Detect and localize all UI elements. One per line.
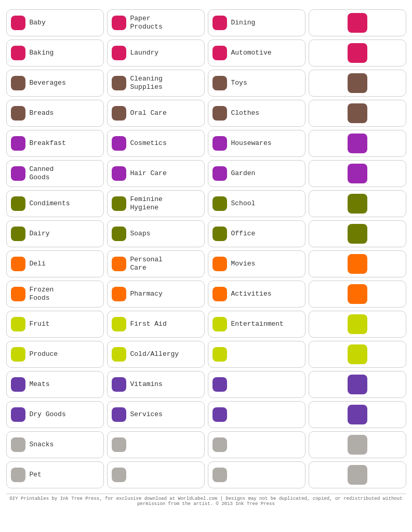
color-swatch	[348, 375, 367, 394]
cell-r10-c1: First Aid	[107, 311, 205, 338]
color-swatch	[212, 46, 227, 60]
category-label-r3-c0: Breads	[30, 109, 54, 117]
color-swatch	[348, 73, 367, 93]
cell-r5-c1: Hair Care	[107, 160, 205, 187]
color-swatch	[348, 134, 367, 153]
cell-r11-c1: Cold/Allergy	[107, 341, 205, 368]
cell-r13-c3	[309, 401, 406, 428]
color-swatch	[212, 227, 227, 241]
category-label-r1-c0: Baking	[30, 49, 54, 57]
category-label-r5-c2: Garden	[231, 169, 256, 178]
cell-r4-c2: Housewares	[208, 130, 305, 157]
cell-r13-c0: Dry Goods	[6, 401, 104, 428]
category-label-r10-c1: First Aid	[130, 320, 167, 328]
category-label-r3-c2: Clothes	[231, 109, 260, 117]
category-label-r1-c2: Automotive	[231, 49, 272, 57]
color-swatch	[11, 407, 25, 422]
cell-r13-c1: Services	[107, 401, 205, 428]
cell-r12-c0: Meats	[6, 371, 104, 398]
cell-r12-c2	[208, 371, 305, 398]
color-swatch	[112, 166, 126, 181]
color-swatch	[212, 196, 227, 211]
color-swatch	[212, 287, 227, 301]
color-swatch	[112, 227, 126, 241]
category-label-r9-c2: Activities	[231, 290, 272, 298]
category-label-r13-c0: Dry Goods	[30, 410, 66, 419]
cell-r7-c0: Dairy	[6, 220, 104, 247]
color-swatch	[348, 194, 367, 214]
cell-r6-c3	[309, 190, 406, 217]
cell-r10-c0: Fruit	[6, 311, 104, 338]
category-label-r8-c0: Deli	[30, 260, 46, 268]
color-swatch	[11, 437, 25, 452]
cell-r13-c2	[208, 401, 305, 428]
cell-r3-c3	[309, 100, 406, 127]
color-swatch	[348, 344, 367, 364]
color-swatch	[212, 347, 227, 362]
category-label-r1-c1: Laundry	[130, 49, 159, 57]
cell-r8-c3	[309, 250, 406, 277]
cell-r5-c0: Canned Goods	[6, 160, 104, 187]
cell-r2-c3	[309, 70, 406, 97]
color-swatch	[348, 43, 367, 63]
category-label-r4-c0: Breakfast	[30, 139, 66, 148]
color-swatch	[112, 347, 126, 362]
cell-r1-c0: Baking	[6, 39, 104, 66]
color-swatch	[112, 377, 126, 392]
color-swatch	[11, 46, 25, 60]
color-swatch	[348, 314, 367, 334]
color-swatch	[112, 257, 126, 271]
color-swatch	[348, 254, 367, 274]
color-swatch	[212, 106, 227, 121]
color-swatch	[348, 405, 367, 424]
cell-r0-c3	[309, 9, 406, 36]
category-label-r6-c1: Feminine Hygiene	[130, 195, 163, 211]
cell-r4-c0: Breakfast	[6, 130, 104, 157]
cell-r15-c3	[309, 461, 406, 488]
cell-r5-c2: Garden	[208, 160, 305, 187]
color-swatch	[212, 166, 227, 181]
cell-r2-c1: Cleaning Supplies	[107, 70, 205, 97]
category-label-r6-c2: School	[231, 200, 256, 208]
color-swatch	[11, 136, 25, 151]
cell-r3-c0: Breads	[6, 100, 104, 127]
cell-r1-c3	[309, 39, 406, 66]
color-swatch	[212, 437, 227, 452]
color-swatch	[212, 468, 227, 482]
cell-r14-c2	[208, 431, 305, 458]
category-label-r8-c1: Personal Care	[130, 256, 163, 272]
category-label-r0-c2: Dining	[231, 19, 256, 27]
cell-r8-c2: Movies	[208, 250, 305, 277]
color-swatch	[212, 407, 227, 422]
category-label-r7-c1: Soaps	[130, 230, 151, 238]
category-label-r15-c0: Pet	[30, 471, 42, 479]
category-label-r5-c0: Canned Goods	[30, 165, 54, 181]
color-swatch	[112, 136, 126, 151]
cell-r14-c1	[107, 431, 205, 458]
category-label-r0-c0: Baby	[30, 19, 46, 27]
category-label-r6-c0: Condiments	[30, 200, 70, 208]
category-label-r9-c1: Pharmacy	[130, 290, 163, 298]
category-label-r9-c0: Frozen Foods	[30, 286, 54, 302]
cell-r8-c1: Personal Care	[107, 250, 205, 277]
cell-r0-c2: Dining	[208, 9, 305, 36]
cell-r10-c2: Entertainment	[208, 311, 305, 338]
color-swatch	[11, 106, 25, 121]
cell-r11-c3	[309, 341, 406, 368]
color-swatch	[212, 257, 227, 271]
color-swatch	[348, 435, 367, 455]
category-label-r2-c0: Beverages	[30, 79, 66, 87]
color-swatch	[212, 317, 227, 331]
cell-r8-c0: Deli	[6, 250, 104, 277]
cell-r0-c0: Baby	[6, 9, 104, 36]
cell-r15-c0: Pet	[6, 461, 104, 488]
color-swatch	[112, 437, 126, 452]
cell-r9-c0: Frozen Foods	[6, 281, 104, 308]
category-label-r10-c0: Fruit	[30, 320, 50, 328]
category-label-r0-c1: Paper Products	[130, 15, 163, 31]
cell-r7-c2: Office	[208, 220, 305, 247]
color-swatch	[11, 377, 25, 392]
color-swatch	[11, 468, 25, 482]
color-swatch	[11, 166, 25, 181]
color-swatch	[11, 317, 25, 331]
